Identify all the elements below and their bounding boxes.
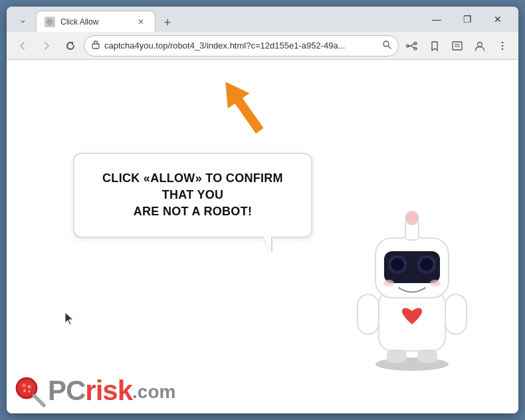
chrome-menu-chevron[interactable]: ⌄: [12, 9, 33, 30]
svg-marker-14: [215, 74, 270, 139]
pcrisk-logo: PC risk .com: [12, 373, 175, 408]
svg-point-13: [502, 48, 504, 50]
svg-point-15: [375, 358, 449, 371]
new-tab-button[interactable]: +: [158, 13, 177, 32]
svg-rect-1: [92, 44, 99, 49]
forward-button[interactable]: [36, 35, 57, 56]
reload-button[interactable]: [60, 35, 81, 56]
svg-point-32: [18, 379, 35, 397]
profile-button[interactable]: [469, 35, 490, 56]
svg-rect-28: [445, 294, 467, 334]
reader-view-button[interactable]: [447, 35, 468, 56]
robot-svg: [346, 185, 478, 371]
svg-line-3: [388, 46, 391, 49]
svg-point-10: [478, 42, 482, 47]
svg-point-24: [420, 258, 433, 271]
pcrisk-icon: [12, 373, 47, 408]
lock-icon: [91, 40, 100, 51]
svg-rect-27: [358, 294, 379, 334]
svg-point-19: [405, 211, 419, 225]
svg-point-26: [430, 280, 441, 286]
svg-rect-30: [417, 350, 437, 363]
tab-close-button[interactable]: ✕: [135, 16, 147, 28]
back-button[interactable]: [12, 35, 33, 56]
svg-point-34: [28, 385, 31, 389]
svg-line-38: [34, 395, 44, 405]
svg-point-0: [47, 19, 53, 25]
bubble-line2: ARE NOT A ROBOT!: [134, 205, 252, 218]
svg-point-25: [383, 280, 394, 286]
pc-label: PC: [48, 377, 85, 405]
page-content: CLICK «ALLOW» TO CONFIRM THAT YOU ARE NO…: [7, 60, 518, 413]
pcrisk-text: PC risk .com: [48, 377, 175, 405]
arrow-container: [213, 73, 272, 142]
svg-rect-29: [387, 350, 407, 363]
maximize-button[interactable]: ❐: [452, 9, 482, 30]
bookmark-button[interactable]: [424, 35, 445, 56]
svg-point-33: [22, 383, 26, 387]
nav-right-icons: [401, 35, 513, 56]
tab-title: Click Allow: [60, 17, 130, 27]
close-button[interactable]: ✕: [482, 9, 513, 30]
chrome-menu-button[interactable]: [492, 35, 513, 56]
nav-bar: [7, 32, 518, 60]
address-input[interactable]: [104, 41, 378, 51]
risk-label: risk: [85, 377, 132, 405]
tab-favicon: [45, 17, 55, 27]
svg-point-12: [502, 45, 504, 47]
svg-point-36: [29, 391, 31, 393]
svg-point-35: [23, 389, 26, 392]
robot-illustration: [346, 185, 478, 373]
browser-window: ⌄ Click Allow ✕ + — ❐ ✕: [7, 7, 518, 413]
orange-arrow-icon: [213, 73, 272, 140]
bubble-text: CLICK «ALLOW» TO CONFIRM THAT YOU ARE NO…: [94, 170, 291, 221]
com-label: .com: [132, 381, 175, 405]
mouse-cursor: [65, 312, 76, 328]
svg-point-22: [391, 258, 404, 271]
active-tab[interactable]: Click Allow ✕: [36, 11, 156, 32]
speech-bubble: CLICK «ALLOW» TO CONFIRM THAT YOU ARE NO…: [73, 153, 312, 238]
address-bar-container[interactable]: [84, 35, 399, 56]
minimize-button[interactable]: —: [421, 9, 452, 30]
title-bar: ⌄ Click Allow ✕ + — ❐ ✕: [7, 7, 518, 32]
share-button[interactable]: [401, 35, 423, 56]
bubble-line1: CLICK «ALLOW» TO CONFIRM THAT YOU: [102, 171, 283, 201]
search-icon: [382, 40, 391, 51]
svg-point-11: [502, 41, 504, 43]
svg-rect-7: [453, 42, 462, 50]
tabs-bar: Click Allow ✕ +: [36, 7, 419, 32]
